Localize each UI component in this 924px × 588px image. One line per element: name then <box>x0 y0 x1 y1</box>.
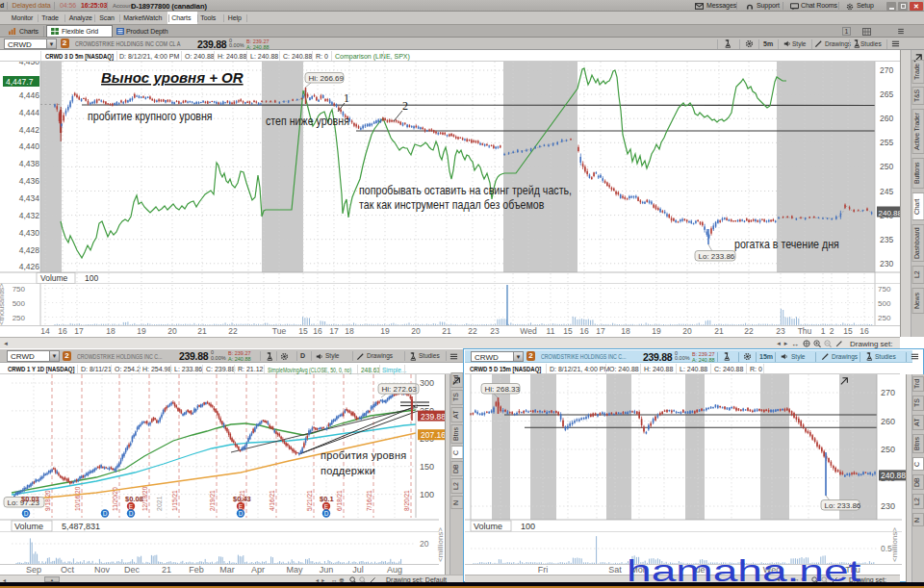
svg-text:Wed: Wed <box>520 326 537 336</box>
svg-text:<millions>: <millions> <box>436 527 445 562</box>
svg-text:2021: 2021 <box>156 496 163 511</box>
svg-text:2: 2 <box>830 326 834 336</box>
svg-text:230: 230 <box>880 259 893 268</box>
svg-text:4,426: 4,426 <box>19 262 40 271</box>
svg-text:4,432: 4,432 <box>19 211 40 220</box>
svg-text:5,487,831: 5,487,831 <box>62 522 100 531</box>
svg-text:255: 255 <box>880 138 893 147</box>
svg-text:19: 19 <box>380 326 390 336</box>
svg-text:20: 20 <box>682 326 692 336</box>
svg-text:Tue: Tue <box>272 326 287 336</box>
svg-text:21: 21 <box>197 326 207 336</box>
svg-text:207.16: 207.16 <box>421 430 446 440</box>
svg-text:пробитие крупного уровня: пробитие крупного уровня <box>88 108 213 122</box>
svg-text:150: 150 <box>420 462 434 472</box>
svg-text:11: 11 <box>547 326 555 336</box>
svg-text:245: 245 <box>880 187 893 196</box>
svg-text:18: 18 <box>621 326 630 336</box>
svg-text:Вынос уровня + OR: Вынос уровня + OR <box>101 69 244 86</box>
svg-text:Jul: Jul <box>352 565 364 575</box>
svg-text:20: 20 <box>411 326 421 336</box>
svg-text:9/18/20: 9/18/20 <box>44 490 51 511</box>
svg-text:Volume: Volume <box>14 522 43 531</box>
svg-text:May: May <box>286 565 303 575</box>
svg-text:14: 14 <box>40 326 50 336</box>
svg-text:Volume: Volume <box>474 522 502 531</box>
svg-text:4,428: 4,428 <box>19 245 40 255</box>
svg-text:21: 21 <box>442 326 451 336</box>
svg-text:18: 18 <box>345 326 354 336</box>
svg-text:250: 250 <box>878 314 891 322</box>
svg-text:19: 19 <box>652 326 661 336</box>
svg-text:260: 260 <box>881 417 895 426</box>
svg-text:Lo: 233.86: Lo: 233.86 <box>825 501 861 510</box>
svg-text:16: 16 <box>860 326 869 336</box>
svg-text:пробития уровня: пробития уровня <box>321 449 406 461</box>
svg-text:22: 22 <box>228 326 238 336</box>
svg-text:поддержки: поддержки <box>321 465 375 476</box>
svg-text:16: 16 <box>579 326 589 336</box>
svg-text:500: 500 <box>13 299 26 308</box>
svg-text:Oct: Oct <box>61 565 75 575</box>
svg-text:250: 250 <box>880 162 893 171</box>
svg-text:16: 16 <box>313 326 322 336</box>
svg-text:4,438: 4,438 <box>19 159 40 168</box>
svg-text:4,440: 4,440 <box>19 141 40 151</box>
svg-text:21: 21 <box>714 326 724 336</box>
svg-text:E: E <box>239 503 244 510</box>
svg-text:100: 100 <box>420 490 434 499</box>
svg-text:Aug: Aug <box>387 565 402 575</box>
svg-text:D: D <box>103 510 108 517</box>
svg-text:$0.08: $0.08 <box>125 495 143 503</box>
svg-text:1/15/21: 1/15/21 <box>171 490 178 511</box>
svg-text:Hi: 272.63: Hi: 272.63 <box>382 385 418 394</box>
svg-text:D: D <box>24 510 29 517</box>
svg-text:15: 15 <box>298 326 308 336</box>
svg-text:Fri: Fri <box>538 565 549 575</box>
svg-text:15: 15 <box>843 326 853 336</box>
svg-text:23: 23 <box>776 326 785 336</box>
svg-text:20: 20 <box>167 326 177 336</box>
svg-text:270: 270 <box>880 65 893 75</box>
svg-text:E: E <box>129 503 134 510</box>
svg-text:1: 1 <box>344 91 349 105</box>
svg-text:8/20/21: 8/20/21 <box>403 490 410 511</box>
svg-text:300: 300 <box>420 378 434 388</box>
svg-text:270: 270 <box>881 388 895 397</box>
svg-text:4,436: 4,436 <box>19 176 40 186</box>
svg-text:10/16/20: 10/16/20 <box>74 486 81 511</box>
svg-text:250: 250 <box>13 314 26 322</box>
svg-text:<thousands>: <thousands> <box>0 283 6 325</box>
svg-text:16: 16 <box>58 326 67 336</box>
svg-text:7/16/21: 7/16/21 <box>366 490 372 511</box>
svg-text:1: 1 <box>821 326 826 336</box>
svg-text:240.88: 240.88 <box>879 209 903 217</box>
svg-text:Feb: Feb <box>189 565 204 575</box>
svg-text:19: 19 <box>137 326 146 336</box>
svg-text:235: 235 <box>880 235 893 244</box>
svg-text:Hi: 266.69: Hi: 266.69 <box>309 74 345 83</box>
svg-text:Nov: Nov <box>94 565 111 575</box>
svg-text:750: 750 <box>13 285 26 294</box>
svg-text:Lo: 233.86: Lo: 233.86 <box>699 252 735 261</box>
svg-text:15: 15 <box>563 326 573 336</box>
svg-text:4/16/21: 4/16/21 <box>269 490 275 511</box>
svg-text:Volume: Volume <box>40 273 68 283</box>
svg-text:260: 260 <box>880 114 893 123</box>
svg-text:Sat: Sat <box>608 565 622 575</box>
svg-text:6/18/21: 6/18/21 <box>336 490 343 511</box>
svg-text:Apr: Apr <box>251 565 265 575</box>
svg-text:750: 750 <box>878 285 891 294</box>
svg-text:17: 17 <box>74 326 84 336</box>
svg-text:D: D <box>129 510 134 517</box>
svg-text:D: D <box>324 510 329 517</box>
svg-text:500: 500 <box>878 299 891 308</box>
svg-text:4,434: 4,434 <box>19 193 40 203</box>
svg-text:попробывать оставить на свинг: попробывать оставить на свинг трейд част… <box>359 183 572 197</box>
svg-text:Thu: Thu <box>798 326 812 336</box>
svg-text:Hi: 268.33: Hi: 268.33 <box>485 385 521 394</box>
svg-text:2: 2 <box>402 99 408 113</box>
svg-text:21: 21 <box>162 565 171 575</box>
svg-text:D: D <box>239 510 244 517</box>
svg-text:Sep: Sep <box>26 565 41 575</box>
